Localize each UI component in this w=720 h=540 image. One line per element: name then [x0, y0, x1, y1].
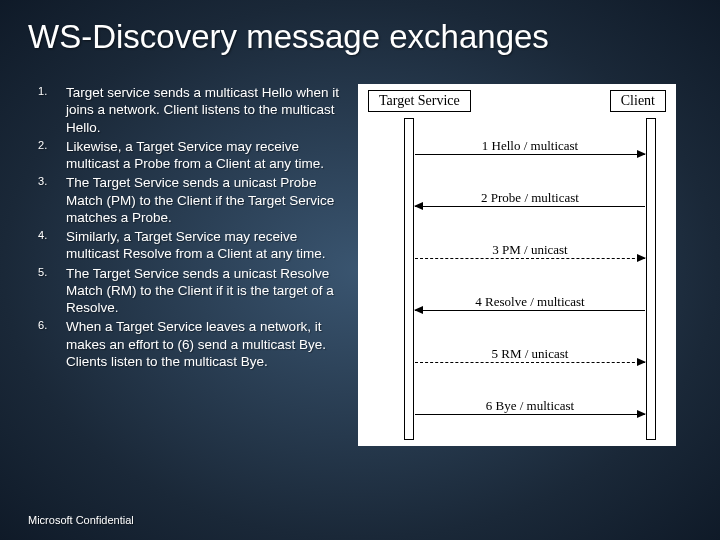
diagram-message: 5 RM / unicast — [415, 362, 645, 380]
diagram-message-label: 3 PM / unicast — [415, 242, 645, 258]
step-item: When a Target Service leaves a network, … — [38, 318, 348, 370]
diagram-message: 4 Resolve / multicast — [415, 310, 645, 328]
slide-body: Target service sends a multicast Hello w… — [0, 56, 720, 446]
diagram-timelines: 1 Hello / multicast 2 Probe / multicast … — [364, 118, 670, 440]
diagram-message-label: 5 RM / unicast — [415, 346, 645, 362]
step-item: Similarly, a Target Service may receive … — [38, 228, 348, 263]
diagram-message-label: 4 Resolve / multicast — [415, 294, 645, 310]
lifeline-client — [646, 118, 656, 440]
arrow-line — [415, 414, 645, 415]
arrow-line — [415, 258, 645, 259]
lifeline-target-service — [404, 118, 414, 440]
diagram-message-label: 6 Bye / multicast — [415, 398, 645, 414]
diagram-header-client: Client — [610, 90, 666, 112]
arrow-line — [415, 154, 645, 155]
diagram-message-label: 1 Hello / multicast — [415, 138, 645, 154]
footer-text: Microsoft Confidential — [28, 514, 134, 526]
step-item: Target service sends a multicast Hello w… — [38, 84, 348, 136]
diagram-message: 3 PM / unicast — [415, 258, 645, 276]
sequence-diagram: Target Service Client 1 Hello / multicas… — [358, 84, 676, 446]
arrow-right-icon — [637, 358, 646, 366]
step-item: The Target Service sends a unicast Probe… — [38, 174, 348, 226]
arrow-right-icon — [637, 254, 646, 262]
arrow-left-icon — [414, 202, 423, 210]
arrow-line — [415, 206, 645, 207]
slide-title: WS-Discovery message exchanges — [0, 0, 720, 56]
step-item: The Target Service sends a unicast Resol… — [38, 265, 348, 317]
arrow-line — [415, 310, 645, 311]
diagram-message: 2 Probe / multicast — [415, 206, 645, 224]
diagram-message: 1 Hello / multicast — [415, 154, 645, 172]
steps-list: Target service sends a multicast Hello w… — [38, 84, 348, 370]
steps-column: Target service sends a multicast Hello w… — [38, 84, 348, 446]
diagram-header-target-service: Target Service — [368, 90, 471, 112]
diagram-message: 6 Bye / multicast — [415, 414, 645, 432]
arrow-left-icon — [414, 306, 423, 314]
arrow-line — [415, 362, 645, 363]
diagram-message-label: 2 Probe / multicast — [415, 190, 645, 206]
arrow-right-icon — [637, 410, 646, 418]
step-item: Likewise, a Target Service may receive m… — [38, 138, 348, 173]
arrow-right-icon — [637, 150, 646, 158]
